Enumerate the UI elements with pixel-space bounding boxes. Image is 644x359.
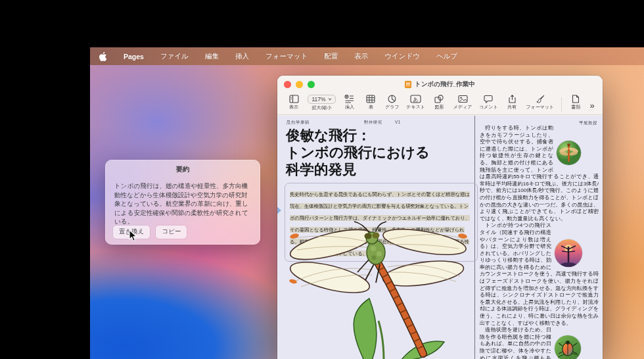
format-button[interactable]: フォーマット (526, 95, 554, 110)
menu-item-help[interactable]: ヘルプ (436, 52, 457, 61)
popup-title: 要約 (105, 165, 260, 174)
body-text-column[interactable]: 狩りをする時、トンボは動きをカモフラージュしたり、空中で待ち伏せする。捕食者に遭… (480, 125, 599, 359)
body-paragraph: トンボが持つ4つの飛行スタイル（関連する飛行の構造やパターンにより数は増える）は… (480, 222, 599, 327)
toolbar-overflow-button[interactable]: » (590, 99, 595, 110)
menu-item-edit[interactable]: 編集 (205, 52, 219, 61)
menu-item-insert[interactable]: 挿入 (235, 52, 249, 61)
window-title: トンボの飛行_作業中 (405, 80, 475, 89)
traffic-lights (284, 81, 315, 88)
apple-logo-icon[interactable] (99, 52, 107, 61)
document-settings-button[interactable]: 書類 (568, 95, 583, 110)
document-page[interactable]: 昆虫学原稿 野外研究 V1 平尾教授 俊敏な飛行： トンボの飛行における 科学的… (277, 116, 603, 359)
dragonfly-illustration[interactable] (284, 221, 476, 359)
screen: Pages ファイル 編集 挿入 フォーマット 配置 表示 ウインドウ ヘルプ … (0, 0, 644, 359)
doc-header-version: V1 (395, 120, 401, 124)
document-title: 俊敏な飛行： トンボの飛行における 科学的発見 (286, 127, 478, 178)
share-icon (508, 95, 517, 103)
selection-popover-arrow (277, 206, 281, 214)
copy-button[interactable]: コピー (156, 226, 187, 239)
shape-button[interactable]: 図形 (432, 95, 446, 110)
pages-window: トンボの飛行_作業中 表示 117% 拡大/縮小 挿入 表 (277, 76, 603, 359)
body-paragraph: 過熱状態を避けるため、日陰を作る暗色斑を翅に持つ種もあれば、単に自然の中の日陰で… (480, 327, 599, 359)
menu-bar: Pages ファイル 編集 挿入 フォーマット 配置 表示 ウインドウ ヘルプ (90, 47, 644, 65)
format-brush-icon (536, 95, 545, 103)
zoom-control[interactable]: 117% 拡大/縮小 (308, 95, 335, 111)
comment-button[interactable]: コメント (479, 95, 498, 110)
menu-item-pages[interactable]: Pages (124, 53, 144, 60)
toolbar: 表示 117% 拡大/縮小 挿入 表 グラフ あ (277, 93, 603, 115)
chevron-down-icon (328, 98, 332, 101)
shape-icon (434, 95, 444, 103)
doc-header-center: 野外研究 (364, 120, 382, 126)
popup-summary-text: トンボの飛行は、翅の構造や軽量性、多方向機動性などから生体模倣設計や空気力学の研… (114, 181, 252, 226)
media-button[interactable]: メディア (453, 95, 472, 110)
chart-button[interactable]: グラフ (385, 95, 400, 110)
chart-icon (388, 95, 396, 103)
document-icon (572, 95, 580, 103)
doc-header-left: 昆虫学原稿 (287, 120, 310, 126)
minimize-button[interactable] (296, 81, 303, 88)
menu-item-file[interactable]: ファイル (160, 52, 189, 61)
inline-image-beetle-leaf[interactable] (555, 335, 581, 359)
close-button[interactable] (284, 81, 291, 88)
pages-document-icon (405, 81, 411, 88)
textbox-icon: あ (410, 95, 421, 103)
body-paragraph: 狩りをする時、トンボは動きをカモフラージュしたり、空中で待ち伏せする。捕食者に遭… (480, 125, 599, 222)
toolbar-divider (561, 97, 562, 112)
table-icon (366, 95, 375, 103)
view-button[interactable]: 表示 (287, 95, 301, 110)
media-icon (458, 95, 468, 103)
insert-button[interactable]: 挿入 (342, 95, 357, 110)
inline-image-dragonfly-green[interactable] (557, 141, 581, 165)
title-bar[interactable]: トンボの飛行_作業中 (277, 76, 603, 93)
fullscreen-button[interactable] (308, 81, 315, 88)
view-icon (289, 95, 299, 103)
menu-item-view[interactable]: 表示 (354, 52, 368, 61)
comment-icon (484, 95, 493, 103)
menu-item-window[interactable]: ウインドウ (384, 52, 420, 61)
menu-item-format[interactable]: フォーマット (265, 52, 308, 61)
svg-text:あ: あ (413, 97, 419, 103)
insert-icon (344, 95, 354, 103)
window-title-text: トンボの飛行_作業中 (415, 80, 475, 89)
table-button[interactable]: 表 (363, 95, 378, 110)
inline-image-dragonfly-sunset[interactable] (555, 239, 582, 267)
menu-item-arrange[interactable]: 配置 (324, 52, 338, 61)
mouse-cursor (129, 229, 137, 242)
textbox-button[interactable]: あ テキスト (406, 95, 425, 110)
share-button[interactable]: 共有 (505, 95, 519, 110)
zoom-dropdown[interactable]: 117% (308, 95, 335, 104)
